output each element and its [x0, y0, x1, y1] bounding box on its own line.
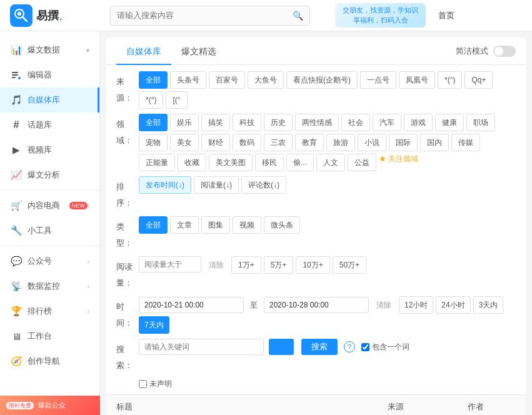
domain-btn-jiankang[interactable]: 健康 — [435, 114, 464, 131]
read-input[interactable] — [139, 256, 201, 272]
logo-text: 易撰 — [36, 8, 59, 23]
sidebar-item-gongzhong[interactable]: 💬 公众号 › — [0, 249, 99, 274]
sidebar-label-gongtai: 工作台 — [28, 331, 89, 342]
domain-btn-keji[interactable]: 科技 — [233, 114, 261, 131]
domain-btn-shoucang[interactable]: 收藏 — [178, 154, 206, 171]
domain-btn-meinv[interactable]: 美女 — [170, 134, 199, 151]
search-blue-box[interactable] — [269, 339, 294, 355]
source-btn-yidian[interactable]: 一点号 — [360, 71, 396, 89]
domain-btn-youxi[interactable]: 游戏 — [404, 114, 433, 131]
sidebar-item-baowenfenxi[interactable]: 📈 爆文分析 — [0, 162, 99, 188]
tab-baowenjingxuan[interactable]: 爆文精选 — [171, 38, 226, 65]
domain-btn-meiwen[interactable]: 美文美图 — [209, 154, 253, 171]
source-btn-all[interactable]: 全部 — [139, 71, 168, 89]
monitor-icon: 📡 — [10, 280, 23, 292]
domain-btn-yimin[interactable]: 移民 — [255, 154, 284, 171]
type-btn-gallery[interactable]: 图集 — [201, 216, 230, 234]
sidebar-item-chuangzuo[interactable]: 🧭 创作导航 — [0, 349, 99, 374]
sidebar-item-xiaogongju[interactable]: 🔧 小工具 — [0, 218, 99, 243]
table-header: 标题 来源 作者 — [106, 394, 526, 415]
sidebar-label-neirong: 内容电商 — [28, 200, 67, 211]
domain-btn-other[interactable]: 偷... — [286, 154, 314, 171]
sort-btn-comment[interactable]: 评论数(↓) — [241, 176, 286, 194]
promo-badge: 限时免费 — [6, 402, 34, 409]
domain-btn-shuma[interactable]: 数码 — [233, 134, 261, 151]
domain-btn-chongwu[interactable]: 宠物 — [139, 134, 168, 151]
header-search-input[interactable] — [117, 11, 293, 20]
sidebar-item-shipin[interactable]: ▶ 视频库 — [0, 138, 99, 162]
banner-line2: 享福利，扫码入合 — [343, 16, 418, 25]
domain-btn-guonei[interactable]: 国内 — [420, 134, 449, 151]
trophy-icon: 🏆 — [10, 305, 23, 318]
domain-btn-caijing[interactable]: 财经 — [201, 134, 230, 151]
search-keyword-input[interactable] — [139, 339, 264, 355]
svg-line-2 — [23, 17, 27, 21]
source-btn-kandian[interactable]: 看点快报(企鹅号) — [286, 71, 358, 89]
sidebar-item-zimeiti[interactable]: 🎵 自媒体库 — [0, 88, 99, 112]
domain-btn-gaoxiao[interactable]: 搞笑 — [201, 114, 230, 131]
time-btn-3d[interactable]: 3天内 — [473, 296, 504, 314]
domain-btn-yule[interactable]: 娱乐 — [170, 114, 199, 131]
attention-link[interactable]: 关注领域 — [379, 154, 418, 171]
sidebar-item-neirong[interactable]: 🛒 内容电商 NEW › — [0, 193, 99, 218]
domain-btn-zhichang[interactable]: 职场 — [466, 114, 495, 131]
chevron-icon-jiankong: › — [88, 283, 89, 290]
header-nav-home[interactable]: 首页 — [438, 10, 454, 21]
domain-btn-sannong[interactable]: 三农 — [264, 134, 293, 151]
source-btn-baijia[interactable]: 百家号 — [209, 71, 245, 89]
sidebar-item-huatiku[interactable]: # 话题库 — [0, 112, 99, 138]
domain-btn-zhengneng[interactable]: 正能量 — [139, 154, 175, 171]
sort-btn-time[interactable]: 发布时间(↓) — [139, 176, 191, 194]
domain-btn-all[interactable]: 全部 — [139, 114, 168, 131]
sort-btn-read[interactable]: 阅读量(↓) — [194, 176, 239, 194]
time-start-input[interactable] — [139, 297, 244, 313]
domain-btn-chuanmei[interactable]: 传媒 — [451, 134, 480, 151]
include-word-checkbox[interactable]: 包含一个词 — [361, 342, 409, 352]
source-btn-fenghuang[interactable]: 凤凰号 — [399, 71, 435, 89]
read-btn-1w[interactable]: 1万+ — [231, 256, 261, 274]
source-btn-qq[interactable]: Qq+ — [464, 71, 493, 89]
source-btn-wx2[interactable]: *(°) — [139, 91, 163, 109]
domain-btn-qiche[interactable]: 汽车 — [373, 114, 401, 131]
read-clear-btn[interactable]: 清除 — [204, 256, 229, 274]
time-clear-btn[interactable]: 清除 — [371, 299, 396, 312]
sidebar-item-gongtai[interactable]: 🖥 工作台 — [0, 324, 99, 349]
domain-btn-shehui[interactable]: 社会 — [341, 114, 370, 131]
sidebar-divider — [0, 190, 99, 191]
type-btn-micro[interactable]: 微头条 — [264, 216, 300, 234]
type-btn-article[interactable]: 文章 — [170, 216, 199, 234]
sidebar-item-jiankong[interactable]: 📡 数据监控 › — [0, 274, 99, 299]
banner-line1: 交朋友，找资源，学知识 — [343, 6, 418, 15]
read-btn-50w[interactable]: 50万+ — [333, 256, 366, 274]
sidebar-item-bianji[interactable]: 编辑器 — [0, 62, 99, 88]
sidebar-item-baowendata[interactable]: 📊 爆文数据 ▾ — [0, 38, 99, 62]
jianjie-toggle[interactable] — [493, 46, 516, 57]
read-btn-10w[interactable]: 10万+ — [296, 256, 329, 274]
domain-btn-gongyi[interactable]: 公益 — [348, 154, 376, 171]
tab-zimeiti[interactable]: 自媒体库 — [116, 38, 171, 65]
domain-btn-liangxing[interactable]: 两性情感 — [295, 114, 339, 131]
domain-btn-renwen[interactable]: 人文 — [316, 154, 345, 171]
type-btn-video[interactable]: 视频 — [233, 216, 261, 234]
source-btn-toutiao[interactable]: 头条号 — [170, 71, 206, 89]
header-search-bar[interactable]: 🔍 — [110, 6, 310, 26]
domain-btn-guoji[interactable]: 国际 — [389, 134, 418, 151]
search-submit-btn[interactable]: 搜索 — [301, 339, 338, 355]
bottom-promo[interactable]: 限时免费 爆款公众 — [0, 396, 100, 415]
source-btn-wx3[interactable]: [(° — [166, 91, 187, 109]
sidebar-item-paihang[interactable]: 🏆 排行榜 › — [0, 299, 99, 324]
source-btn-dayu[interactable]: 大鱼号 — [248, 71, 284, 89]
type-btn-all[interactable]: 全部 — [139, 216, 168, 234]
domain-btn-lvyou[interactable]: 旅游 — [326, 134, 355, 151]
time-btn-7d[interactable]: 7天内 — [139, 316, 169, 334]
domain-btn-jiaoyu[interactable]: 教育 — [295, 134, 324, 151]
time-end-input[interactable] — [264, 297, 369, 313]
help-icon[interactable]: ? — [344, 341, 355, 352]
time-btn-24h[interactable]: 24小时 — [436, 296, 470, 314]
read-btn-5w[interactable]: 5万+ — [264, 256, 294, 274]
domain-btn-xiaoshuo[interactable]: 小说 — [358, 134, 386, 151]
time-btn-12h[interactable]: 12小时 — [399, 296, 433, 314]
undeclared-checkbox[interactable]: 未声明 — [139, 379, 172, 389]
source-btn-wx1[interactable]: *(°) — [438, 71, 462, 89]
domain-btn-lishi[interactable]: 历史 — [264, 114, 293, 131]
